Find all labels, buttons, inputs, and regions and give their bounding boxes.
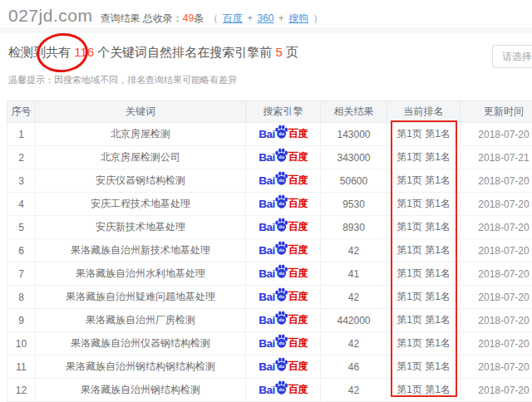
paren-close: ） — [313, 12, 323, 24]
table-row: 12 果洛藏族自治州钢结构检测 Bai du 百度 42 第1页 第1名 201… — [7, 379, 532, 402]
results-table: 序号 关键词 搜索引擎 相关结果 当前排名 更新时间 1 北京房屋检测 Bai — [7, 100, 532, 402]
cell-rank: 第1页 第1名 — [387, 193, 461, 216]
cell-engine: Bai du 百度 — [246, 262, 321, 286]
col-header-rank: 当前排名 — [387, 101, 461, 123]
baidu-logo: Bai du 百度 — [259, 152, 308, 164]
cell-keyword: 果洛藏族自治州厂房检测 — [36, 309, 246, 332]
cell-rank: 第1页 第1名 — [387, 146, 461, 169]
cell-engine: Bai du 百度 — [246, 355, 321, 379]
baidu-logo-cn: 百度 — [288, 199, 308, 209]
col-header-keyword: 关键词 — [36, 101, 246, 123]
top-bar: 027jd.com 查询结果 总收录：49条 （ 百度 + 360 + 搜狗 ） — [0, 0, 532, 29]
baidu-paw-icon: du — [274, 380, 288, 395]
cell-results: 9530 — [321, 193, 387, 216]
baidu-logo-text: Bai — [259, 385, 275, 396]
engine-link-sogou[interactable]: 搜狗 — [288, 12, 308, 24]
svg-text:du: du — [278, 317, 284, 322]
summary-line: 检测到共有 116 个关键词自然排名在搜索引擎前 5 页 — [8, 45, 298, 61]
summary-prefix: 检测到共有 — [8, 45, 74, 59]
table-row: 10 果洛藏族自治州仪器钢结构检测 Bai du 百度 42 第1页 第1名 2… — [7, 332, 532, 355]
svg-text:du: du — [278, 201, 284, 206]
table-row: 4 安庆工程技术地基处理 Bai du 百度 9530 第1页 第1名 2018… — [7, 193, 532, 216]
cell-updated: 2018-07-20 — [461, 216, 532, 239]
header-meta: 查询结果 总收录：49条 （ 百度 + 360 + 搜狗 ） — [100, 12, 324, 26]
site-domain: 027jd.com — [8, 6, 92, 26]
cell-keyword: 北京房屋检测 — [36, 123, 246, 146]
cell-results: 42 — [321, 239, 387, 262]
table-row: 7 果洛藏族自治州水利地基处理 Bai du 百度 41 第1页 第1名 201… — [7, 262, 532, 286]
svg-text:du: du — [278, 154, 284, 159]
baidu-paw-icon: du — [274, 194, 288, 208]
baidu-logo-text: Bai — [259, 361, 275, 373]
cell-index: 8 — [7, 286, 36, 309]
summary-suffix: 页 — [283, 45, 298, 59]
baidu-logo-cn: 百度 — [288, 245, 308, 256]
cell-engine: Bai du 百度 — [246, 216, 321, 239]
cell-keyword: 果洛藏族自治州水利地基处理 — [36, 262, 246, 286]
baidu-logo: Bai du 百度 — [259, 129, 308, 140]
cell-engine: Bai du 百度 — [246, 379, 321, 402]
cell-rank: 第1页 第1名 — [387, 355, 461, 379]
cell-index: 1 — [7, 123, 36, 146]
filter-select[interactable]: 请选择 — [492, 45, 532, 68]
baidu-logo-text: Bai — [259, 268, 275, 280]
cell-results: 42 — [321, 286, 387, 309]
svg-text:du: du — [278, 248, 284, 252]
cell-index: 2 — [7, 146, 36, 169]
baidu-logo-cn: 百度 — [288, 292, 308, 302]
cell-keyword: 果洛藏族自治州钢结构钢结构检测 — [36, 355, 246, 379]
cell-updated: 2018-07-20 — [461, 286, 532, 309]
baidu-paw-icon: du — [274, 264, 288, 278]
cell-index: 3 — [7, 169, 36, 193]
baidu-logo-cn: 百度 — [288, 268, 308, 279]
baidu-logo: Bai du 百度 — [259, 222, 308, 233]
cell-engine: Bai du 百度 — [246, 146, 321, 169]
baidu-paw-icon: du — [274, 287, 288, 302]
baidu-logo: Bai du 百度 — [259, 385, 308, 396]
svg-text:du: du — [278, 294, 284, 299]
baidu-paw-icon: du — [274, 218, 288, 232]
cell-updated: 2018-07-21 — [461, 146, 532, 169]
table-row: 1 北京房屋检测 Bai du 百度 143000 第1页 第1名 2018-0… — [7, 123, 532, 146]
summary-middle: 个关键词自然排名在搜索引擎前 — [94, 45, 275, 59]
result-label: 查询结果 — [100, 12, 140, 24]
cell-engine: Bai du 百度 — [246, 123, 321, 146]
table-row: 6 果洛藏族自治州新技术地基处理 Bai du 百度 42 第1页 第1名 20… — [7, 239, 532, 262]
cell-keyword: 果洛藏族自治州新技术地基处理 — [36, 239, 246, 262]
cell-index: 11 — [7, 355, 36, 379]
baidu-logo: Bai du 百度 — [259, 315, 308, 326]
cell-keyword: 果洛藏族自治州疑难问题地基处理 — [36, 286, 246, 309]
engine-link-baidu[interactable]: 百度 — [223, 12, 243, 24]
table-row: 2 北京房屋检测公司 Bai du 百度 343000 第1页 第1名 2018… — [7, 146, 532, 169]
baidu-paw-icon: du — [274, 334, 288, 348]
baidu-logo-cn: 百度 — [288, 338, 308, 349]
cell-updated: 2018-07-20 — [461, 379, 532, 402]
cell-keyword: 北京房屋检测公司 — [36, 146, 246, 169]
cell-updated: 2018-07-20 — [461, 123, 532, 146]
baidu-logo-cn: 百度 — [288, 222, 308, 233]
table-row: 5 安庆新技术地基处理 Bai du 百度 8930 第1页 第1名 2018-… — [7, 216, 532, 239]
plus-sign: + — [278, 12, 284, 24]
cell-rank: 第1页 第1名 — [387, 123, 461, 146]
baidu-logo-cn: 百度 — [288, 361, 308, 372]
cell-updated: 2018-07-20 — [461, 355, 532, 379]
total-unit: 条 — [194, 12, 204, 24]
cell-updated: 2018-07-20 — [461, 239, 532, 262]
cell-index: 4 — [7, 193, 36, 216]
baidu-logo-cn: 百度 — [288, 385, 308, 395]
baidu-logo: Bai du 百度 — [259, 361, 308, 373]
cell-updated: 2018-07-20 — [461, 262, 532, 286]
baidu-logo-cn: 百度 — [288, 315, 308, 326]
cell-keyword: 果洛藏族自治州仪器钢结构检测 — [36, 332, 246, 355]
cell-rank: 第1页 第1名 — [387, 262, 461, 286]
col-header-results: 相关结果 — [321, 101, 387, 123]
cell-index: 6 — [7, 239, 36, 262]
cell-rank: 第1页 第1名 — [387, 216, 461, 239]
baidu-logo-text: Bai — [259, 315, 275, 326]
baidu-logo: Bai du 百度 — [259, 338, 308, 350]
cell-rank: 第1页 第1名 — [387, 332, 461, 355]
cell-index: 12 — [7, 379, 36, 402]
col-header-updated: 更新时间 — [461, 101, 532, 123]
engine-link-360[interactable]: 360 — [257, 12, 273, 24]
cell-results: 343000 — [321, 146, 387, 169]
